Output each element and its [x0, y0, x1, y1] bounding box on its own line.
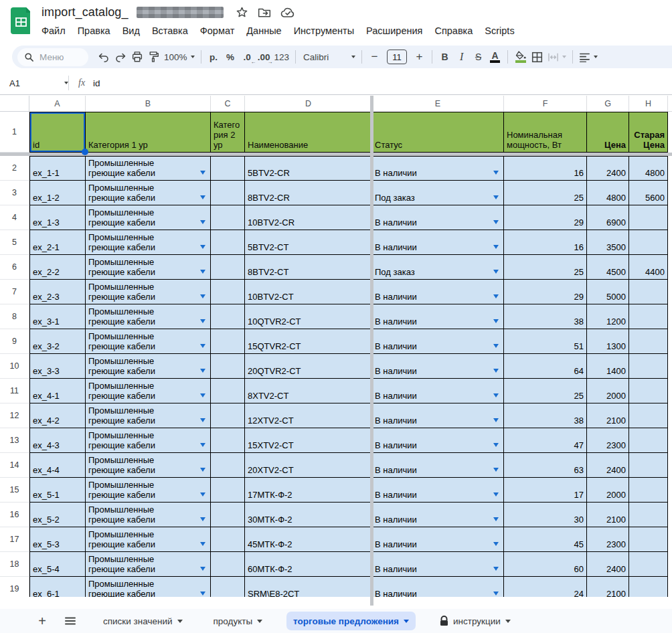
cell-power[interactable]: 60 — [504, 552, 587, 577]
bold-button[interactable]: B — [436, 48, 453, 66]
cell-category2[interactable] — [211, 379, 245, 403]
cell-status[interactable]: В наличии — [372, 503, 504, 527]
row-number[interactable]: 6 — [0, 255, 29, 280]
dropdown-arrow-icon[interactable] — [200, 492, 205, 496]
more-formats-button[interactable]: 123 — [272, 48, 292, 66]
zoom-select[interactable]: 100% — [162, 48, 197, 66]
cell-power[interactable]: 45 — [504, 527, 587, 552]
cell-power[interactable]: 16 — [504, 230, 587, 255]
cell-old-price[interactable] — [629, 478, 668, 503]
cell-status[interactable]: В наличии — [372, 156, 504, 181]
cell-old-price[interactable]: 4400 — [629, 255, 668, 280]
row-number[interactable]: 19 — [0, 577, 29, 597]
cell-category1[interactable]: Промышленные греющие кабели — [86, 280, 211, 304]
row-number[interactable]: 14 — [0, 453, 29, 478]
row-number[interactable]: 1 — [0, 112, 29, 153]
cell-category1[interactable]: Промышленные греющие кабели — [86, 478, 211, 503]
cell-name[interactable]: SRM\E8-2CT — [245, 577, 372, 597]
cell-old-price[interactable] — [629, 527, 668, 552]
cell-name[interactable]: 15XTV2-CT — [245, 428, 372, 453]
cell-old-price[interactable] — [629, 503, 668, 527]
cell-old-price[interactable] — [629, 403, 668, 428]
cell-old-price[interactable] — [629, 205, 668, 230]
cell-category2[interactable] — [211, 329, 245, 354]
cell-power[interactable]: 51 — [504, 329, 587, 354]
dropdown-arrow-icon[interactable] — [493, 418, 499, 422]
decrease-font-size-button[interactable]: − — [366, 48, 383, 66]
cell-category2[interactable] — [211, 280, 245, 304]
sheet-tab-inactive[interactable]: списки значений — [96, 612, 189, 630]
cell-status[interactable]: В наличии — [372, 552, 504, 577]
formula-input[interactable]: id — [93, 78, 100, 88]
cell-category2[interactable] — [211, 181, 245, 205]
dropdown-arrow-icon[interactable] — [200, 294, 205, 298]
column-header-a[interactable]: A — [29, 96, 86, 112]
chevron-down-icon[interactable] — [177, 620, 183, 623]
cell-old-price[interactable] — [629, 304, 668, 329]
row-number[interactable]: 11 — [0, 379, 29, 403]
row-number[interactable]: 3 — [0, 181, 29, 205]
dropdown-arrow-icon[interactable] — [200, 393, 205, 397]
cell-category1[interactable]: Промышленные греющие кабели — [86, 181, 211, 205]
menu-item[interactable]: Инструменты — [288, 24, 360, 37]
cell-status[interactable]: В наличии — [372, 280, 504, 304]
dropdown-arrow-icon[interactable] — [200, 245, 205, 249]
cell-status[interactable]: В наличии — [372, 403, 504, 428]
cell-id[interactable]: ex_5-2 — [29, 503, 86, 527]
dropdown-arrow-icon[interactable] — [200, 319, 205, 323]
add-sheet-button[interactable]: + — [33, 612, 51, 630]
font-select[interactable]: Calibri — [300, 48, 357, 66]
column-header-c[interactable]: C — [211, 96, 245, 112]
cell-category1[interactable]: Промышленные греющие кабели — [86, 503, 211, 527]
cell-c1[interactable]: Категория 2 ур — [211, 112, 245, 153]
cell-power[interactable]: 24 — [504, 577, 587, 597]
cell-status[interactable]: В наличии — [372, 205, 504, 230]
dropdown-arrow-icon[interactable] — [493, 567, 499, 571]
cell-id[interactable]: ex_2-3 — [29, 280, 86, 304]
cell-id[interactable]: ex_1-2 — [29, 181, 86, 205]
cell-category1[interactable]: Промышленные греющие кабели — [86, 403, 211, 428]
cell-old-price[interactable] — [629, 230, 668, 255]
dropdown-arrow-icon[interactable] — [200, 443, 205, 447]
row-number[interactable]: 13 — [0, 428, 29, 453]
cell-status[interactable]: В наличии — [372, 329, 504, 354]
cell-id[interactable]: ex_3-1 — [29, 304, 86, 329]
dropdown-arrow-icon[interactable] — [493, 294, 499, 298]
chevron-down-icon[interactable] — [257, 620, 262, 623]
column-header-f[interactable]: F — [504, 96, 587, 112]
dropdown-arrow-icon[interactable] — [200, 220, 205, 224]
cell-category1[interactable]: Промышленные греющие кабели — [86, 230, 211, 255]
dropdown-arrow-icon[interactable] — [493, 245, 499, 249]
cell-status[interactable]: Под заказ — [372, 255, 504, 280]
dropdown-arrow-icon[interactable] — [200, 567, 205, 571]
redo-button[interactable] — [112, 48, 129, 66]
cell-name[interactable]: 8XTV2-CT — [245, 379, 372, 403]
dropdown-arrow-icon[interactable] — [200, 270, 205, 274]
cell-status[interactable]: В наличии — [372, 577, 504, 597]
cloud-check-icon[interactable] — [280, 7, 295, 18]
row-number[interactable]: 4 — [0, 205, 29, 230]
document-title[interactable]: import_catalog_ — [41, 5, 129, 19]
dropdown-arrow-icon[interactable] — [493, 468, 499, 472]
cell-old-price[interactable] — [629, 428, 668, 453]
dropdown-arrow-icon[interactable] — [200, 468, 205, 472]
cell-category2[interactable] — [211, 503, 245, 527]
menu-item[interactable]: Формат — [194, 24, 241, 37]
cell-category2[interactable] — [211, 428, 245, 453]
cell-status[interactable]: В наличии — [372, 478, 504, 503]
cell-category1[interactable]: Промышленные греющие кабели — [86, 552, 211, 577]
cell-id[interactable]: ex_2-2 — [29, 255, 86, 280]
cell-h1[interactable]: Старая Цена — [629, 112, 668, 153]
cell-price[interactable]: 2300 — [587, 428, 629, 453]
cell-id[interactable]: ex_3-2 — [29, 329, 86, 354]
cell-category2[interactable] — [211, 403, 245, 428]
cell-power[interactable]: 25 — [504, 181, 587, 205]
cell-old-price[interactable] — [629, 453, 668, 478]
column-header-d[interactable]: D — [245, 96, 372, 112]
cell-name[interactable]: 8BTV2-CT — [245, 255, 372, 280]
merge-cells-button[interactable] — [545, 48, 568, 66]
cell-name[interactable]: 20XTV2-CT — [245, 453, 372, 478]
cell-status[interactable]: В наличии — [372, 304, 504, 329]
undo-button[interactable] — [95, 48, 112, 66]
cell-name[interactable]: 5BTV2-CR — [245, 156, 372, 181]
